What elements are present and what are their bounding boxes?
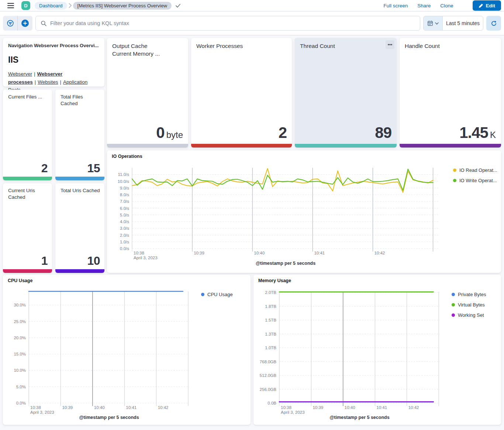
panel-cpu-usage: CPU Usage 0.0%5.0%10.0%15.0%20.0%25.0%30…	[3, 275, 251, 425]
svg-text:1.3TB: 1.3TB	[265, 332, 276, 336]
cpu-usage-chart[interactable]: 0.0%5.0%10.0%15.0%20.0%25.0%30.0%10:38Ap…	[3, 275, 251, 425]
metric-accent-bar	[107, 144, 188, 148]
metric-accent-bar	[295, 144, 397, 148]
svg-text:10.0%: 10.0%	[14, 368, 26, 372]
svg-text:April 3, 2023: April 3, 2023	[134, 256, 158, 260]
metric-value: 89	[375, 124, 391, 142]
svg-text:10:41: 10:41	[314, 251, 325, 255]
metric-value: 1.45	[459, 124, 488, 142]
metric-accent-bar	[55, 269, 104, 273]
legend-dot	[452, 303, 455, 306]
svg-text:5.0%: 5.0%	[16, 385, 26, 389]
svg-text:8.0/s: 8.0/s	[120, 193, 129, 197]
legend-item-io-read[interactable]: IO Read Operat...	[453, 167, 497, 173]
kibana-dashboard-app: D Dashboard [Metrics IIS] Webserver Proc…	[0, 0, 504, 430]
nav-link-webserver[interactable]: Webserver	[8, 71, 32, 77]
svg-text:2.0/s: 2.0/s	[120, 233, 129, 237]
metric-unit: K	[490, 130, 496, 140]
svg-text:30.0%: 30.0%	[14, 303, 26, 307]
panel-current-files-cached: Current Files ... 2	[3, 90, 52, 180]
search-icon	[41, 20, 47, 27]
svg-text:0.0/s: 0.0/s	[120, 246, 129, 251]
svg-text:10:40: 10:40	[94, 405, 105, 410]
svg-text:1.5TB: 1.5TB	[265, 318, 276, 322]
legend-item-cpu-usage[interactable]: CPU Usage	[201, 292, 233, 297]
full-screen-link[interactable]: Full screen	[383, 3, 408, 8]
legend-dot	[452, 313, 455, 317]
nav-heading: IIS	[8, 55, 99, 65]
svg-text:512.0GB: 512.0GB	[260, 373, 277, 378]
breadcrumb-separator-icon	[68, 3, 72, 8]
check-icon[interactable]	[175, 3, 181, 8]
svg-text:10:39: 10:39	[313, 405, 323, 410]
legend-item-io-write[interactable]: IO Write Operat...	[453, 178, 497, 183]
space-avatar[interactable]: D	[21, 1, 30, 10]
x-axis-label: @timestamp per 5 seconds	[29, 415, 189, 420]
legend-item-working-set[interactable]: Working Set	[452, 312, 486, 318]
calendar-icon[interactable]	[424, 16, 443, 30]
svg-text:2.0TB: 2.0TB	[265, 290, 276, 295]
svg-text:10:42: 10:42	[408, 405, 419, 410]
breadcrumb-dashboard[interactable]: Dashboard	[35, 2, 67, 10]
svg-text:9.0/s: 9.0/s	[120, 186, 129, 190]
metric-value: 0	[156, 124, 164, 142]
svg-text:10:41: 10:41	[126, 405, 137, 410]
svg-text:15.0%: 15.0%	[14, 352, 26, 356]
query-toolbar: Last 5 minutes	[0, 11, 504, 35]
metric-value: 2	[279, 124, 287, 142]
svg-text:6.0/s: 6.0/s	[120, 206, 129, 211]
svg-text:11.0/s: 11.0/s	[118, 172, 130, 177]
panel-handle-count: Handle Count 1.45K	[400, 38, 501, 148]
legend-dot	[453, 169, 456, 172]
menu-icon[interactable]	[5, 0, 16, 11]
svg-text:0.0B: 0.0B	[267, 401, 276, 405]
svg-text:10.0/s: 10.0/s	[118, 179, 130, 184]
share-link[interactable]: Share	[417, 3, 431, 8]
top-header: D Dashboard [Metrics IIS] Webserver Proc…	[0, 0, 504, 11]
pencil-icon	[479, 3, 483, 8]
breadcrumb-current[interactable]: [Metrics IIS] Webserver Process Overview	[73, 2, 172, 10]
svg-text:256.0GB: 256.0GB	[260, 387, 277, 392]
nav-link-websites[interactable]: Websites	[38, 79, 58, 85]
panel-worker-processes: Worker Processes 2	[191, 38, 292, 148]
chart-legend: CPU Usage	[201, 292, 233, 297]
svg-text:10:42: 10:42	[158, 405, 169, 410]
svg-text:10:38: 10:38	[281, 405, 291, 410]
metric-accent-bar	[3, 177, 52, 180]
panel-title: Navigation Webserver Process Overvi...	[8, 43, 99, 48]
legend-item-private-bytes[interactable]: Private Bytes	[452, 292, 486, 297]
svg-text:April 3, 2023: April 3, 2023	[281, 410, 305, 415]
io-operations-chart[interactable]: 0.0/s1.0/s2.0/s3.0/s4.0/s5.0/s6.0/s7.0/s…	[107, 150, 501, 273]
panel-options-icon[interactable]	[386, 40, 394, 49]
time-picker: Last 5 minutes	[423, 16, 483, 31]
legend-item-virtual-bytes[interactable]: Virtual Bytes	[452, 302, 486, 308]
metric-unit: byte	[166, 130, 183, 140]
chart-legend: Private Bytes Virtual Bytes Working Set	[452, 292, 486, 318]
svg-text:768.0GB: 768.0GB	[260, 360, 277, 364]
svg-text:5.0/s: 5.0/s	[120, 213, 129, 217]
time-range-value[interactable]: Last 5 minutes	[443, 16, 483, 30]
saved-query-icon[interactable]	[3, 16, 18, 31]
svg-text:10:40: 10:40	[254, 251, 265, 255]
metric-value: 1	[41, 254, 48, 268]
clone-link[interactable]: Clone	[440, 3, 453, 8]
add-filter-icon[interactable]	[18, 16, 32, 31]
kql-search-box	[35, 16, 420, 31]
svg-text:3.0/s: 3.0/s	[120, 226, 129, 230]
panel-memory-usage: Memory Usage 0.0B256.0GB512.0GB768.0GB1.…	[253, 275, 501, 425]
svg-text:10:41: 10:41	[376, 405, 387, 410]
panel-output-cache-memory: Output Cache Current Memory ... 0byte	[107, 38, 188, 148]
panel-total-uris-cached: Total Uris Cached 10	[55, 183, 104, 273]
refresh-icon[interactable]	[486, 16, 501, 31]
legend-dot	[453, 179, 456, 182]
edit-button[interactable]: Edit	[473, 0, 501, 11]
svg-text:0.0%: 0.0%	[16, 401, 26, 405]
metric-value: 2	[41, 162, 48, 175]
metric-value: 10	[87, 254, 100, 268]
metric-accent-bar	[400, 144, 501, 148]
filter-controls	[3, 16, 32, 31]
metric-accent-bar	[3, 269, 52, 273]
svg-text:4.0/s: 4.0/s	[120, 219, 129, 224]
kql-search-input[interactable]	[50, 20, 420, 26]
svg-text:10:39: 10:39	[62, 405, 73, 410]
